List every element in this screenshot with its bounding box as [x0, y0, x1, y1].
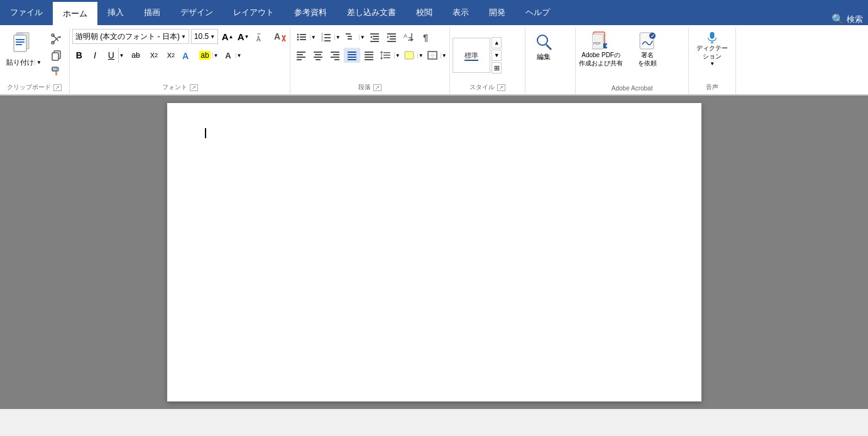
svg-rect-31 — [324, 37, 331, 38]
svg-rect-12 — [52, 53, 58, 60]
dictation-dropdown-arrow[interactable]: ▼ — [710, 61, 715, 67]
tab-view[interactable]: 表示 — [442, 0, 479, 25]
multilevel-dropdown-arrow[interactable]: ▼ — [359, 35, 365, 40]
svg-rect-43 — [370, 41, 379, 42]
tab-help[interactable]: ヘルプ — [515, 0, 560, 25]
underline-dropdown-arrow[interactable]: ▼ — [118, 48, 124, 63]
style-normal-item[interactable]: 標準 — [453, 38, 490, 73]
style-scroll-up[interactable]: ▲ — [492, 37, 502, 48]
strikethrough-button[interactable]: ab — [127, 48, 145, 63]
para-row1: ▼ 1. 2. 3. — [293, 29, 434, 45]
align-right-button[interactable] — [327, 48, 343, 63]
tab-draw[interactable]: 描画 — [134, 0, 170, 25]
bullets-dropdown-arrow[interactable]: ▼ — [310, 35, 316, 40]
styles-expand-icon[interactable]: ↗ — [497, 84, 505, 91]
tab-dev[interactable]: 開発 — [479, 0, 515, 25]
line-spacing-button[interactable] — [378, 48, 394, 63]
sort-button[interactable]: A Z — [400, 30, 417, 45]
font-expand-icon[interactable]: ↗ — [190, 84, 198, 91]
clipboard-expand-icon[interactable]: ↗ — [53, 84, 62, 91]
align-left-button[interactable] — [293, 48, 309, 63]
svg-rect-38 — [348, 36, 349, 37]
text-effect-button[interactable]: A — [180, 48, 195, 63]
tab-design[interactable]: デザイン — [170, 0, 223, 25]
paste-button[interactable]: 貼り付け ▼ — [3, 29, 45, 70]
document-page[interactable] — [167, 103, 701, 401]
distributed-button[interactable] — [361, 48, 377, 63]
svg-rect-3 — [16, 39, 25, 40]
svg-marker-49 — [387, 36, 389, 38]
svg-rect-56 — [297, 57, 305, 58]
sign-button[interactable]: ✓ 署名 を依頼 — [625, 29, 670, 69]
font-size-selector[interactable]: 10.5 ▼ — [191, 29, 218, 44]
editing-button[interactable]: 編集 — [528, 29, 559, 64]
style-expand[interactable]: ⊞ — [492, 62, 502, 74]
superscript-button[interactable]: X2 — [163, 48, 179, 63]
create-pdf-button[interactable]: PDF PDF Adobe PDFの 作成および共有 — [578, 29, 624, 69]
bullets-button[interactable] — [294, 30, 310, 45]
svg-rect-73 — [365, 59, 373, 60]
paragraph-group: ▼ 1. 2. 3. — [290, 28, 450, 94]
font-name-selector[interactable]: 游明朝 (本文のフォント - 日本) ▼ — [72, 29, 189, 44]
shading-dropdown-arrow[interactable]: ▼ — [417, 53, 424, 58]
shading-button[interactable] — [401, 48, 417, 63]
font-color-dropdown-arrow[interactable]: ▼ — [236, 53, 242, 58]
subscript-button[interactable]: X2 — [146, 48, 162, 63]
svg-text:3.: 3. — [321, 38, 324, 42]
svg-rect-61 — [316, 59, 321, 60]
italic-button[interactable]: I — [88, 48, 102, 63]
paragraph-expand-icon[interactable]: ↗ — [373, 84, 382, 91]
tab-layout[interactable]: レイアウト — [223, 0, 284, 25]
font-color-button[interactable]: A — [221, 48, 236, 63]
svg-rect-68 — [348, 57, 356, 58]
tab-file[interactable]: ファイル — [0, 0, 53, 25]
grow-font-button[interactable]: A▲ — [220, 29, 235, 44]
numbering-combo: 1. 2. 3. ▼ — [317, 29, 341, 45]
multilevel-button[interactable] — [343, 30, 359, 45]
decrease-indent-button[interactable] — [366, 30, 383, 45]
borders-button[interactable] — [424, 48, 441, 63]
borders-dropdown-arrow[interactable]: ▼ — [441, 53, 447, 58]
show-marks-button[interactable]: ¶ — [417, 30, 434, 45]
ribbon: 貼り付け ▼ — [0, 25, 868, 95]
strikethrough-combo: ab — [127, 48, 145, 63]
format-painter-button[interactable] — [48, 64, 65, 79]
dictation-button[interactable]: ディクテー ション ▼ — [691, 29, 733, 69]
copy-button[interactable] — [48, 48, 65, 63]
clear-format-button[interactable]: A — [272, 29, 287, 44]
shrink-font-button[interactable]: A▼ — [236, 29, 251, 44]
svg-rect-46 — [390, 36, 396, 37]
paste-dropdown-arrow[interactable]: ▼ — [35, 60, 41, 65]
svg-rect-39 — [349, 38, 351, 40]
svg-rect-58 — [314, 52, 322, 53]
cut-button[interactable] — [48, 31, 65, 46]
numbering-button[interactable]: 1. 2. 3. — [318, 30, 334, 45]
numbering-dropdown-arrow[interactable]: ▼ — [334, 35, 341, 40]
tab-references[interactable]: 参考資料 — [284, 0, 337, 25]
tab-home[interactable]: ホーム — [53, 0, 97, 25]
document-area[interactable] — [0, 95, 868, 409]
clipboard-label: クリップボード ↗ — [3, 82, 67, 93]
tab-bar: ファイル ホーム 挿入 描画 デザイン レイアウト 参考資料 差し込み文書 校閲… — [0, 0, 868, 25]
increase-indent-button[interactable] — [383, 30, 400, 45]
svg-rect-33 — [324, 40, 331, 41]
highlight-dropdown-arrow[interactable]: ▼ — [212, 53, 219, 58]
justify-button[interactable] — [344, 48, 360, 63]
style-scroll-down[interactable]: ▼ — [492, 50, 502, 61]
underline-button[interactable]: U — [104, 48, 118, 63]
tab-insert[interactable]: 挿入 — [97, 0, 134, 25]
tab-review[interactable]: 校閲 — [406, 0, 442, 25]
bold-button[interactable]: B — [72, 48, 86, 63]
svg-rect-63 — [333, 54, 339, 55]
phonetic-guide-button[interactable]: ア A — [253, 29, 270, 44]
highlight-button[interactable]: ab — [197, 48, 212, 63]
align-center-button[interactable] — [310, 48, 326, 63]
tab-mailings[interactable]: 差し込み文書 — [337, 0, 406, 25]
svg-rect-74 — [383, 52, 390, 53]
search-button[interactable]: 🔍 検索 — [832, 13, 863, 25]
svg-rect-57 — [297, 59, 302, 60]
style-scroll-arrows: ▲ ▼ ⊞ — [492, 37, 502, 74]
font-size-arrow: ▼ — [210, 34, 215, 40]
svg-marker-44 — [370, 36, 372, 38]
line-spacing-dropdown-arrow[interactable]: ▼ — [394, 53, 400, 58]
